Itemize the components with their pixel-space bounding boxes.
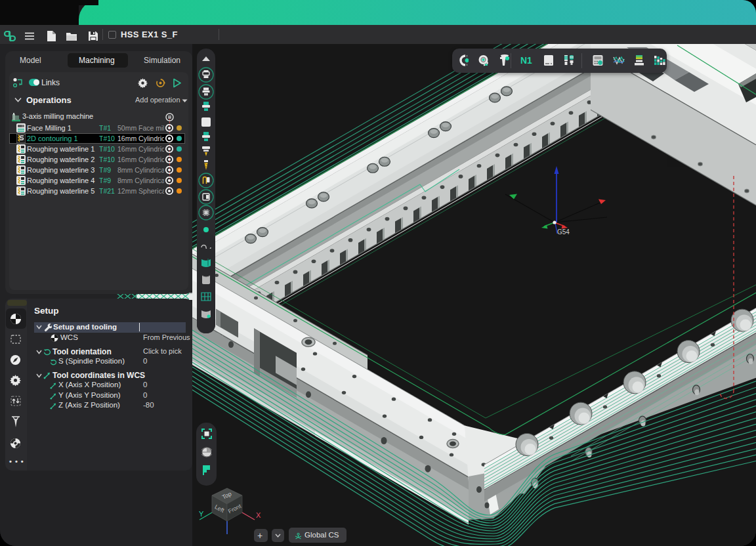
svg-text:Y: Y [199, 510, 204, 518]
svg-text:G54: G54 [557, 228, 570, 236]
svg-text:X: X [256, 511, 261, 519]
